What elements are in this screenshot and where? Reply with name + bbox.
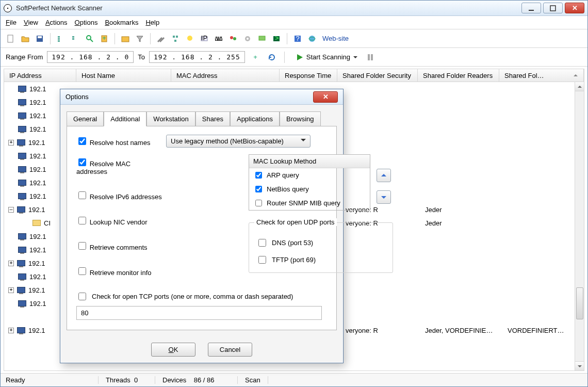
maximize-button[interactable] [543, 3, 563, 13]
ip-icon[interactable]: IP [198, 33, 210, 45]
resolve-hostnames-checkbox[interactable] [78, 137, 86, 145]
network-icon[interactable] [169, 33, 182, 45]
ip-to-input[interactable]: 192 . 168 . 2 . 255 [149, 51, 245, 63]
mac-method-option[interactable]: ARP query [249, 168, 370, 182]
expander-icon[interactable]: + [8, 287, 14, 293]
dns-port-checkbox[interactable] [258, 239, 266, 247]
ip-cell: 192.1 [29, 192, 60, 200]
col-fold[interactable]: Shared Fol… [499, 69, 584, 82]
computer-icon [17, 260, 25, 266]
svg-rect-7 [58, 40, 60, 42]
terminal-icon[interactable]: > [270, 33, 283, 45]
help-icon[interactable]: ? [291, 33, 304, 45]
minimize-button[interactable] [521, 3, 541, 13]
ip-from-input[interactable]: 192 . 168 . 2 . 0 [47, 51, 134, 63]
computer-icon [17, 287, 25, 293]
move-down-button[interactable] [377, 190, 391, 204]
tab-additional[interactable]: Additional [104, 111, 146, 126]
scroll-up-icon[interactable] [575, 82, 584, 91]
folder-icon [32, 220, 41, 226]
refresh-icon[interactable] [266, 51, 278, 63]
tab-workstation[interactable]: Workstation [146, 111, 195, 126]
ip-cell: 192.1 [29, 246, 60, 254]
retrieve-monitor-checkbox[interactable] [78, 267, 86, 275]
retrieve-comments-checkbox[interactable] [78, 242, 86, 250]
computer-icon [18, 126, 26, 132]
filter-icon[interactable] [134, 33, 146, 45]
menu-bookmarks[interactable]: Bookmarks [105, 19, 138, 26]
close-button[interactable]: ✕ [565, 3, 584, 13]
col-read[interactable]: Shared Folder Readers [418, 69, 499, 82]
scroll-thumb[interactable] [576, 287, 583, 319]
find-icon[interactable] [84, 33, 96, 45]
tab-general[interactable]: General [67, 111, 104, 126]
globe-icon[interactable] [306, 33, 318, 45]
col-ip[interactable]: IP Address [4, 69, 76, 82]
vertical-scrollbar[interactable] [575, 82, 584, 370]
move-up-button[interactable] [377, 169, 391, 182]
menu-actions[interactable]: Actions [45, 19, 68, 26]
gear-icon[interactable] [241, 33, 254, 45]
svg-point-20 [187, 36, 192, 41]
add-bookmark-icon[interactable]: + [98, 33, 110, 45]
new-icon[interactable] [5, 33, 17, 45]
scroll-down-icon[interactable] [575, 361, 584, 370]
resolve-hostnames-label: Resolve host names [90, 139, 151, 147]
wmi-icon[interactable]: WMI [213, 33, 225, 45]
menu-options[interactable]: Options [75, 19, 98, 26]
svg-rect-19 [174, 40, 176, 42]
app-icon [4, 4, 12, 12]
computer-icon [17, 139, 25, 146]
tcp-ports-input[interactable]: 80 [76, 306, 322, 320]
start-scanning-button[interactable]: Start Scanning [291, 52, 363, 62]
ok-button[interactable]: OK [151, 343, 195, 357]
tftp-port-checkbox[interactable] [258, 256, 266, 264]
save-icon[interactable] [34, 33, 46, 45]
range-from-label: Range From [6, 53, 43, 61]
menu-file[interactable]: File [6, 19, 17, 26]
resolve-mac-checkbox[interactable] [78, 158, 86, 166]
resolve-method-dropdown[interactable]: Use legacy method (NetBios-capable) [166, 135, 311, 148]
expander-icon[interactable]: + [8, 328, 14, 333]
ip-cell: 192.1 [29, 300, 60, 308]
website-link[interactable]: Web-site [322, 35, 349, 42]
col-host[interactable]: Host Name [76, 69, 171, 82]
menu-help[interactable]: Help [145, 19, 159, 26]
tcp-ports-checkbox[interactable] [78, 293, 86, 300]
ip-cell: 192.1 [29, 233, 60, 240]
monitor-icon[interactable] [256, 33, 268, 45]
dialog-tabs: GeneralAdditionalWorkstationSharesApplic… [67, 111, 337, 126]
expander-icon[interactable]: – [8, 207, 14, 213]
settings-icon[interactable] [155, 33, 167, 45]
col-resp[interactable]: Response Time [280, 69, 337, 82]
col-mac[interactable]: MAC Address [171, 69, 280, 82]
tab-shares[interactable]: Shares [195, 111, 230, 126]
ip-cell: 192.1 [28, 206, 59, 214]
mac-method-option[interactable]: Router SNMP MIB query [249, 196, 370, 210]
computer-icon [18, 193, 26, 199]
resolve-ipv6-checkbox[interactable] [78, 191, 86, 199]
pause-button[interactable] [367, 53, 374, 61]
dialog-close-button[interactable]: ✕ [313, 91, 338, 103]
mac-method-option[interactable]: NetBios query [249, 182, 370, 196]
svg-rect-38 [371, 54, 373, 60]
menu-view[interactable]: View [24, 19, 38, 26]
readers-cell: Jeder [425, 206, 442, 214]
collapse-icon[interactable] [69, 33, 81, 45]
lookup-nic-checkbox[interactable] [78, 217, 86, 224]
expander-icon[interactable]: + [8, 261, 14, 266]
add-range-icon[interactable]: + [249, 51, 262, 63]
dialog-title: Options [66, 93, 313, 101]
folder-icon[interactable] [119, 33, 132, 45]
tab-browsing[interactable]: Browsing [280, 111, 320, 126]
cancel-button[interactable]: Cancel [208, 343, 252, 357]
users-icon[interactable] [227, 33, 239, 45]
open-folder-icon[interactable] [19, 33, 31, 45]
col-sec[interactable]: Shared Folder Security [337, 69, 418, 82]
expand-icon[interactable] [55, 33, 67, 45]
svg-point-25 [230, 36, 233, 39]
expander-icon[interactable]: + [8, 140, 14, 146]
tab-applications[interactable]: Applications [230, 111, 280, 126]
retrieve-monitor-label: Retrieve monitor info [90, 269, 152, 277]
lightbulb-icon[interactable] [184, 33, 196, 45]
